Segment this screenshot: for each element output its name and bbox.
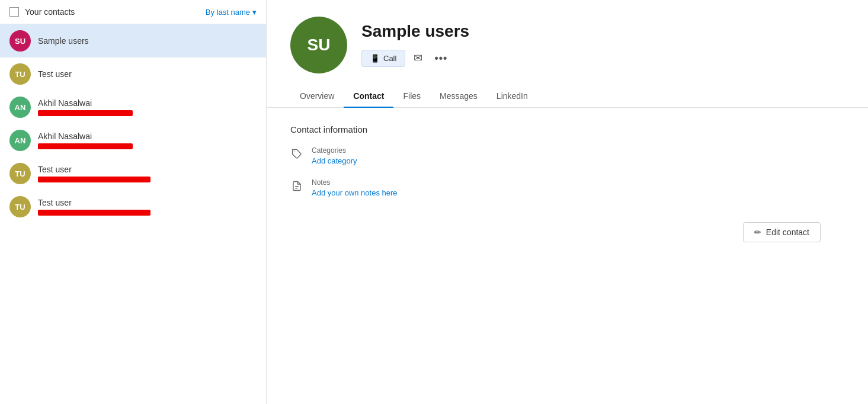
tab-files[interactable]: Files [393, 85, 430, 108]
tab-linkedin[interactable]: LinkedIn [487, 85, 537, 108]
notes-label: Notes [312, 178, 398, 187]
contact-item[interactable]: TUTest user [0, 157, 266, 190]
contact-list: SUSample usersTUTest userANAkhil Nasalwa… [0, 24, 266, 404]
call-label: Call [383, 54, 396, 63]
notes-row: Notes Add your own notes here [290, 178, 844, 197]
sort-chevron-icon: ▾ [252, 8, 257, 17]
contact-info: Test user [38, 69, 257, 79]
call-button[interactable]: 📱 Call [361, 50, 405, 67]
contact-avatar: SU [9, 30, 31, 52]
contact-name: Test user [38, 165, 257, 174]
sort-label: By last name [206, 8, 250, 17]
profile-info: Sample users 📱 Call ✉ ••• [361, 22, 469, 68]
email-button[interactable]: ✉ [410, 48, 426, 68]
contact-avatar: TU [9, 196, 31, 217]
categories-row: Categories Add category [290, 146, 844, 165]
add-category-link[interactable]: Add category [312, 156, 357, 165]
tab-messages[interactable]: Messages [430, 85, 487, 108]
more-icon: ••• [434, 52, 447, 64]
tab-overview[interactable]: Overview [290, 85, 344, 108]
sort-button[interactable]: By last name ▾ [206, 8, 257, 17]
contact-avatar: AN [9, 97, 31, 118]
redacted-info [38, 143, 133, 149]
sidebar-title: Your contacts [25, 7, 75, 17]
contact-item[interactable]: ANAkhil Nasalwai [0, 124, 266, 157]
redacted-info [38, 210, 150, 216]
sidebar-header-left: Your contacts [9, 7, 75, 17]
edit-contact-button[interactable]: ✏ Edit contact [743, 222, 821, 242]
notes-content: Notes Add your own notes here [312, 178, 398, 197]
contact-item[interactable]: SUSample users [0, 24, 266, 57]
redacted-info [38, 177, 150, 182]
contact-info: Test user [38, 198, 257, 216]
sidebar-header: Your contacts By last name ▾ [0, 0, 266, 24]
categories-content: Categories Add category [312, 146, 357, 165]
sidebar: Your contacts By last name ▾ SUSample us… [0, 0, 267, 404]
tag-icon [290, 148, 303, 161]
contact-avatar: AN [9, 130, 31, 151]
contact-info: Test user [38, 165, 257, 182]
contact-name: Test user [38, 198, 257, 207]
add-notes-link[interactable]: Add your own notes here [312, 188, 398, 197]
contact-avatar: TU [9, 163, 31, 184]
profile-avatar: SU [290, 17, 347, 73]
contact-info: Sample users [38, 36, 257, 46]
contact-info: Akhil Nasalwai [38, 132, 257, 149]
edit-row: ✏ Edit contact [290, 210, 844, 242]
contact-info-title: Contact information [290, 124, 844, 134]
profile-header: SU Sample users 📱 Call ✉ ••• [267, 0, 868, 85]
tabs-bar: OverviewContactFilesMessagesLinkedIn [267, 85, 868, 108]
contact-name: Akhil Nasalwai [38, 132, 257, 141]
content-area: Contact information Categories Add categ… [267, 108, 868, 404]
profile-initials: SU [308, 36, 331, 54]
profile-actions: 📱 Call ✉ ••• [361, 48, 469, 68]
redacted-info [38, 110, 133, 116]
email-icon: ✉ [414, 52, 422, 64]
contact-name: Akhil Nasalwai [38, 98, 257, 108]
edit-contact-label: Edit contact [766, 227, 809, 237]
phone-icon: 📱 [370, 54, 380, 63]
contact-item[interactable]: TUTest user [0, 57, 266, 91]
contact-name: Sample users [38, 36, 257, 46]
profile-name: Sample users [361, 22, 469, 41]
contact-avatar: TU [9, 63, 31, 85]
contact-item[interactable]: ANAkhil Nasalwai [0, 91, 266, 124]
contact-name: Test user [38, 69, 257, 79]
contact-info: Akhil Nasalwai [38, 98, 257, 116]
main-panel: SU Sample users 📱 Call ✉ ••• OverviewCon… [267, 0, 868, 404]
categories-label: Categories [312, 146, 357, 155]
select-all-checkbox[interactable] [9, 7, 19, 17]
contact-item[interactable]: TUTest user [0, 190, 266, 223]
notes-icon [290, 179, 303, 193]
tab-contact[interactable]: Contact [344, 85, 393, 108]
edit-icon: ✏ [754, 227, 761, 237]
more-button[interactable]: ••• [431, 49, 451, 68]
